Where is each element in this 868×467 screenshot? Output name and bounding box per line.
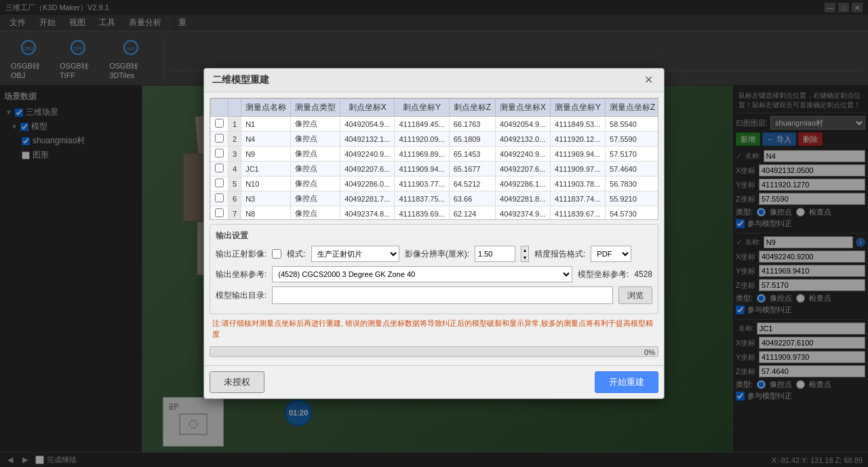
row-num-3: 4 <box>229 162 241 176</box>
warning-text: 注:请仔细核对测量点坐标后再进行重建, 错误的测量点坐标数据将导致纠正后的模型破… <box>210 314 658 343</box>
accuracy-select[interactable]: PDF Word Excel <box>591 246 631 262</box>
spin-up-button[interactable]: ▲ <box>521 246 528 254</box>
th-num <box>229 99 241 117</box>
row-name-0: N1 <box>241 117 291 132</box>
progress-text: 0% <box>644 347 655 358</box>
model-coord-value: 4528 <box>634 269 652 279</box>
row-mz-1: 57.5590 <box>606 132 658 147</box>
table-row[interactable]: 5 N10 像控点 40492286.0... 4111903.77... 64… <box>211 176 659 191</box>
row-px-2: 40492240.9... <box>340 147 395 162</box>
row-my-0: 4111849.53... <box>551 117 606 132</box>
row-my-6: 4111839.67... <box>551 206 606 221</box>
mode-select[interactable]: 生产正射切片 正射影像 切片 <box>311 246 399 262</box>
th-px: 刺点坐标X <box>340 99 395 117</box>
resolution-spinner[interactable]: ▲ ▼ <box>521 246 529 262</box>
row-mx-4: 40492286.1... <box>496 176 551 191</box>
coord-label: 输出坐标参考: <box>216 269 267 280</box>
row-mz-0: 58.5540 <box>606 117 658 132</box>
table-row[interactable]: 2 N4 像控点 40492132.1... 4111920.09... 65.… <box>211 132 659 147</box>
row-pz-2: 65.1453 <box>449 147 495 162</box>
unauthorized-button[interactable]: 未授权 <box>210 371 264 393</box>
row-my-1: 4111920.12... <box>551 132 606 147</box>
table-row[interactable]: 4 JC1 像控点 40492207.6... 4111909.94... 65… <box>211 162 659 176</box>
row-py-0: 4111849.45... <box>395 117 449 132</box>
control-points-table-container[interactable]: 测量点名称 测量点类型 刺点坐标X 刺点坐标Y 刺点坐标Z 测量点坐标X 测量点… <box>210 98 658 220</box>
row-pz-4: 64.5212 <box>449 176 495 191</box>
rebuild-modal: 二维模型重建 ✕ 测量点名称 测量点类型 刺点坐标X 刺点坐标Y <box>203 68 665 399</box>
row-mx-3: 40492207.6... <box>496 162 551 176</box>
row-pz-6: 62.124 <box>449 206 495 221</box>
row-select-6[interactable] <box>211 206 229 221</box>
coord-select[interactable]: (4528) CGCS2000 3 Degree GK Zone 40 <box>272 266 572 282</box>
row-select-2[interactable] <box>211 147 229 162</box>
row-px-5: 40492281.7... <box>340 191 395 206</box>
row-mz-3: 57.4640 <box>606 162 658 176</box>
browse-button[interactable]: 浏览 <box>618 286 652 304</box>
row-px-3: 40492207.6... <box>340 162 395 176</box>
row-pz-3: 65.1677 <box>449 162 495 176</box>
row-px-4: 40492286.0... <box>340 176 395 191</box>
row-py-4: 4111903.77... <box>395 176 449 191</box>
row-type-1: 像控点 <box>291 132 340 147</box>
th-pz: 刺点坐标Z <box>449 99 495 117</box>
row-name-3: JC1 <box>241 162 291 176</box>
row-px-0: 40492054.9... <box>340 117 395 132</box>
row-py-2: 4111969.89... <box>395 147 449 162</box>
row-mz-2: 57.5170 <box>606 147 658 162</box>
coord-row: 输出坐标参考: (4528) CGCS2000 3 Degree GK Zone… <box>216 266 652 282</box>
row-name-5: N3 <box>241 191 291 206</box>
row-type-6: 像控点 <box>291 206 340 221</box>
output-label: 输出正射影像: <box>216 248 267 260</box>
output-image-row: 输出正射影像: 模式: 生产正射切片 正射影像 切片 影像分辨率(厘米): ▲ … <box>216 246 652 262</box>
output-dir-row: 模型输出目录: 浏览 <box>216 286 652 304</box>
row-mz-4: 56.7830 <box>606 176 658 191</box>
th-mx: 测量点坐标X <box>496 99 551 117</box>
th-select <box>211 99 229 117</box>
table-row[interactable]: 1 N1 像控点 40492054.9... 4111849.45... 66.… <box>211 117 659 132</box>
row-my-4: 4111903.78... <box>551 176 606 191</box>
th-py: 刺点坐标Y <box>395 99 449 117</box>
row-type-5: 像控点 <box>291 191 340 206</box>
th-mz: 测量点坐标Z <box>606 99 658 117</box>
output-checkbox[interactable] <box>272 249 281 259</box>
control-points-table: 测量点名称 测量点类型 刺点坐标X 刺点坐标Y 刺点坐标Z 测量点坐标X 测量点… <box>210 98 658 220</box>
row-num-1: 2 <box>229 132 241 147</box>
table-row[interactable]: 7 N8 像控点 40492374.8... 4111839.69... 62.… <box>211 206 659 221</box>
row-py-5: 4111837.75... <box>395 191 449 206</box>
row-pz-0: 66.1763 <box>449 117 495 132</box>
start-rebuild-button[interactable]: 开始重建 <box>595 371 658 393</box>
output-dir-input[interactable] <box>272 286 613 304</box>
row-mx-1: 40492132.0... <box>496 132 551 147</box>
row-name-6: N8 <box>241 206 291 221</box>
th-my: 测量点坐标Y <box>551 99 606 117</box>
row-my-5: 4111837.74... <box>551 191 606 206</box>
th-type: 测量点类型 <box>291 99 340 117</box>
modal-overlay: 二维模型重建 ✕ 测量点名称 测量点类型 刺点坐标X 刺点坐标Y <box>0 0 868 467</box>
settings-section: 输出设置 输出正射影像: 模式: 生产正射切片 正射影像 切片 影像分辨率(厘米… <box>210 224 658 314</box>
settings-title: 输出设置 <box>216 230 652 242</box>
row-select-4[interactable] <box>211 176 229 191</box>
row-num-4: 5 <box>229 176 241 191</box>
row-select-3[interactable] <box>211 162 229 176</box>
output-dir-label: 模型输出目录: <box>216 290 267 301</box>
table-row[interactable]: 6 N3 像控点 40492281.7... 4111837.75... 63.… <box>211 191 659 206</box>
row-mz-5: 55.9210 <box>606 191 658 206</box>
row-select-5[interactable] <box>211 191 229 206</box>
mode-label: 模式: <box>287 248 305 260</box>
row-pz-5: 63.66 <box>449 191 495 206</box>
row-pz-1: 65.1809 <box>449 132 495 147</box>
row-type-0: 像控点 <box>291 117 340 132</box>
row-py-6: 4111839.69... <box>395 206 449 221</box>
table-row[interactable]: 3 N9 像控点 40492240.9... 4111969.89... 65.… <box>211 147 659 162</box>
row-mx-6: 40492374.9... <box>496 206 551 221</box>
row-select-0[interactable] <box>211 117 229 132</box>
row-mz-6: 54.5730 <box>606 206 658 221</box>
resolution-input[interactable] <box>475 246 515 262</box>
row-name-1: N4 <box>241 132 291 147</box>
spin-down-button[interactable]: ▼ <box>521 254 528 261</box>
modal-close-button[interactable]: ✕ <box>642 75 656 86</box>
row-type-3: 像控点 <box>291 162 340 176</box>
row-name-2: N9 <box>241 147 291 162</box>
row-type-2: 像控点 <box>291 147 340 162</box>
row-select-1[interactable] <box>211 132 229 147</box>
